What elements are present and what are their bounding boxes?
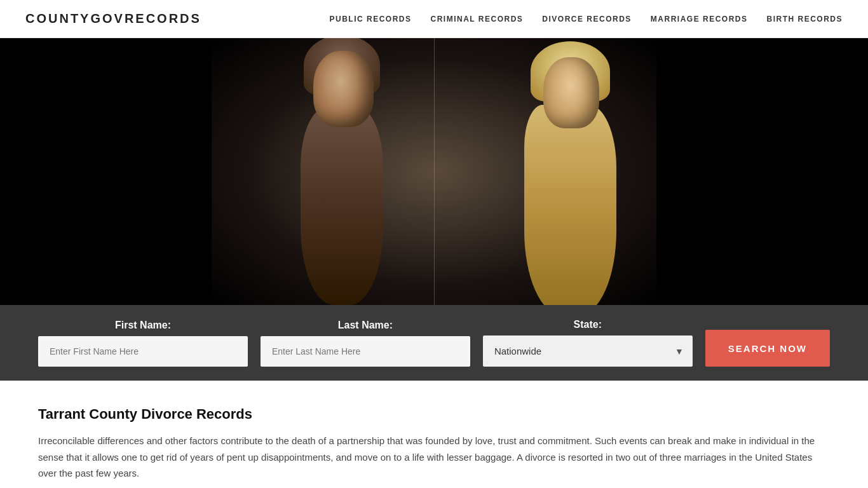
first-name-input[interactable] — [38, 336, 248, 367]
hero-overlay-left — [0, 38, 216, 305]
nav-criminal-records[interactable]: CRIMINAL RECORDS — [431, 15, 524, 24]
last-name-field: Last Name: — [261, 320, 470, 367]
state-label: State: — [483, 319, 693, 330]
state-field: State: Nationwide Alabama Alaska Arizona… — [483, 319, 693, 367]
main-nav: PUBLIC RECORDS CRIMINAL RECORDS DIVORCE … — [330, 15, 843, 24]
content-paragraph-1: Irreconcilable differences and other fac… — [38, 433, 830, 482]
person-right — [543, 57, 599, 128]
hero-image — [212, 38, 656, 305]
person-left — [313, 51, 374, 127]
nav-divorce-records[interactable]: DIVORCE RECORDS — [542, 15, 632, 24]
search-section: First Name: Last Name: State: Nationwide… — [0, 305, 868, 381]
content-title: Tarrant County Divorce Records — [38, 406, 830, 423]
nav-marriage-records[interactable]: MARRIAGE RECORDS — [651, 15, 748, 24]
state-select[interactable]: Nationwide Alabama Alaska Arizona Arkans… — [483, 336, 693, 367]
header: COUNTYGOVRECORDS PUBLIC RECORDS CRIMINAL… — [0, 0, 868, 38]
site-logo[interactable]: COUNTYGOVRECORDS — [25, 11, 201, 26]
last-name-input[interactable] — [261, 336, 470, 367]
first-name-label: First Name: — [38, 320, 248, 331]
nav-birth-records[interactable]: BIRTH RECORDS — [766, 15, 843, 24]
last-name-label: Last Name: — [261, 320, 470, 331]
first-name-field: First Name: — [38, 320, 248, 367]
state-select-wrapper: Nationwide Alabama Alaska Arizona Arkans… — [483, 336, 693, 367]
content-section: Tarrant County Divorce Records Irreconci… — [0, 381, 868, 488]
hero-overlay-right — [652, 38, 868, 305]
nav-public-records[interactable]: PUBLIC RECORDS — [330, 15, 412, 24]
hero-section — [0, 38, 868, 305]
search-now-button[interactable]: SEARCH NOW — [705, 330, 830, 367]
